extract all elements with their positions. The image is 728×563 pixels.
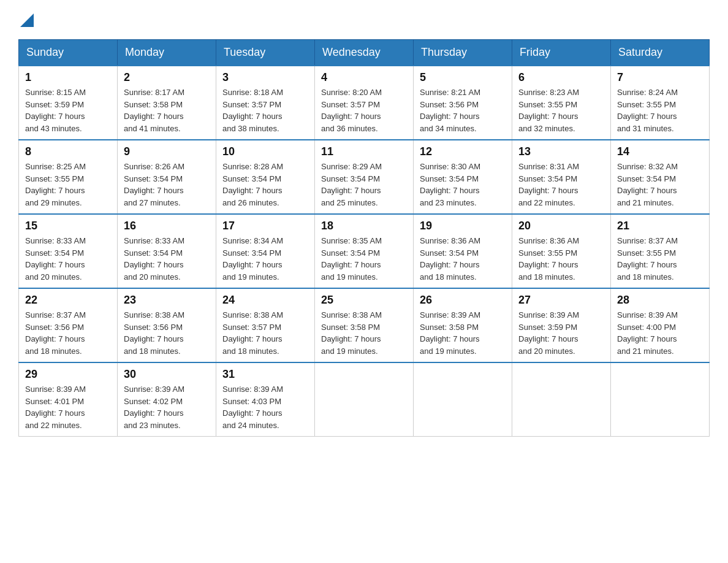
weekday-header-friday: Friday xyxy=(512,40,611,66)
calendar-cell: 11 Sunrise: 8:29 AM Sunset: 3:54 PM Dayl… xyxy=(315,140,414,214)
calendar-week-4: 22 Sunrise: 8:37 AM Sunset: 3:56 PM Dayl… xyxy=(19,288,710,362)
day-info: Sunrise: 8:36 AM Sunset: 3:55 PM Dayligh… xyxy=(518,235,604,283)
calendar-cell: 14 Sunrise: 8:32 AM Sunset: 3:54 PM Dayl… xyxy=(611,140,710,214)
day-number: 4 xyxy=(321,71,407,84)
day-number: 25 xyxy=(321,294,407,307)
calendar-cell xyxy=(315,362,414,437)
day-number: 2 xyxy=(124,71,210,84)
day-info: Sunrise: 8:36 AM Sunset: 3:54 PM Dayligh… xyxy=(420,235,506,283)
day-number: 27 xyxy=(518,294,604,307)
day-info: Sunrise: 8:39 AM Sunset: 3:58 PM Dayligh… xyxy=(420,309,506,357)
svg-marker-0 xyxy=(20,13,34,27)
calendar-cell: 7 Sunrise: 8:24 AM Sunset: 3:55 PM Dayli… xyxy=(611,66,710,140)
calendar-cell: 31 Sunrise: 8:39 AM Sunset: 4:03 PM Dayl… xyxy=(216,362,315,437)
calendar-cell xyxy=(611,362,710,437)
day-number: 28 xyxy=(617,294,703,307)
day-info: Sunrise: 8:39 AM Sunset: 4:02 PM Dayligh… xyxy=(124,383,210,431)
day-number: 19 xyxy=(420,220,506,232)
calendar-cell: 3 Sunrise: 8:18 AM Sunset: 3:57 PM Dayli… xyxy=(216,66,315,140)
day-number: 3 xyxy=(222,71,308,84)
calendar-cell: 13 Sunrise: 8:31 AM Sunset: 3:54 PM Dayl… xyxy=(512,140,611,214)
day-info: Sunrise: 8:17 AM Sunset: 3:58 PM Dayligh… xyxy=(124,86,210,134)
weekday-header-monday: Monday xyxy=(118,40,216,66)
weekday-header-wednesday: Wednesday xyxy=(315,40,414,66)
day-number: 15 xyxy=(25,220,111,232)
day-info: Sunrise: 8:30 AM Sunset: 3:54 PM Dayligh… xyxy=(420,161,506,209)
page-header xyxy=(18,12,710,27)
logo xyxy=(18,12,34,27)
day-number: 5 xyxy=(420,71,506,84)
day-info: Sunrise: 8:38 AM Sunset: 3:57 PM Dayligh… xyxy=(222,309,308,357)
day-info: Sunrise: 8:21 AM Sunset: 3:56 PM Dayligh… xyxy=(420,86,506,134)
calendar-week-1: 1 Sunrise: 8:15 AM Sunset: 3:59 PM Dayli… xyxy=(19,66,710,140)
day-number: 6 xyxy=(518,71,604,84)
calendar-week-3: 15 Sunrise: 8:33 AM Sunset: 3:54 PM Dayl… xyxy=(19,214,710,288)
day-info: Sunrise: 8:29 AM Sunset: 3:54 PM Dayligh… xyxy=(321,161,407,209)
calendar-cell: 9 Sunrise: 8:26 AM Sunset: 3:54 PM Dayli… xyxy=(118,140,216,214)
day-number: 18 xyxy=(321,220,407,232)
day-number: 16 xyxy=(124,220,210,232)
day-number: 30 xyxy=(124,368,210,381)
calendar-cell: 23 Sunrise: 8:38 AM Sunset: 3:56 PM Dayl… xyxy=(118,288,216,362)
calendar-cell: 20 Sunrise: 8:36 AM Sunset: 3:55 PM Dayl… xyxy=(512,214,611,288)
day-info: Sunrise: 8:37 AM Sunset: 3:56 PM Dayligh… xyxy=(25,309,111,357)
calendar-week-2: 8 Sunrise: 8:25 AM Sunset: 3:55 PM Dayli… xyxy=(19,140,710,214)
day-info: Sunrise: 8:20 AM Sunset: 3:57 PM Dayligh… xyxy=(321,86,407,134)
day-info: Sunrise: 8:18 AM Sunset: 3:57 PM Dayligh… xyxy=(222,86,308,134)
day-number: 24 xyxy=(222,294,308,307)
calendar-cell: 21 Sunrise: 8:37 AM Sunset: 3:55 PM Dayl… xyxy=(611,214,710,288)
weekday-header-sunday: Sunday xyxy=(19,40,118,66)
calendar-cell: 24 Sunrise: 8:38 AM Sunset: 3:57 PM Dayl… xyxy=(216,288,315,362)
day-number: 29 xyxy=(25,368,111,381)
day-info: Sunrise: 8:15 AM Sunset: 3:59 PM Dayligh… xyxy=(25,86,111,134)
weekday-header-tuesday: Tuesday xyxy=(216,40,315,66)
day-number: 20 xyxy=(518,220,604,232)
day-info: Sunrise: 8:34 AM Sunset: 3:54 PM Dayligh… xyxy=(222,235,308,283)
day-number: 11 xyxy=(321,145,407,158)
day-info: Sunrise: 8:39 AM Sunset: 4:00 PM Dayligh… xyxy=(617,309,703,357)
day-number: 1 xyxy=(25,71,111,84)
calendar-cell: 25 Sunrise: 8:38 AM Sunset: 3:58 PM Dayl… xyxy=(315,288,414,362)
weekday-header-thursday: Thursday xyxy=(414,40,512,66)
weekday-header-row: SundayMondayTuesdayWednesdayThursdayFrid… xyxy=(19,40,710,66)
day-number: 10 xyxy=(222,145,308,158)
logo-triangle-icon xyxy=(20,13,34,27)
calendar-cell: 29 Sunrise: 8:39 AM Sunset: 4:01 PM Dayl… xyxy=(19,362,118,437)
calendar-cell: 15 Sunrise: 8:33 AM Sunset: 3:54 PM Dayl… xyxy=(19,214,118,288)
day-info: Sunrise: 8:39 AM Sunset: 4:03 PM Dayligh… xyxy=(222,383,308,431)
calendar-cell xyxy=(512,362,611,437)
calendar-cell: 26 Sunrise: 8:39 AM Sunset: 3:58 PM Dayl… xyxy=(414,288,512,362)
calendar-week-5: 29 Sunrise: 8:39 AM Sunset: 4:01 PM Dayl… xyxy=(19,362,710,437)
day-number: 12 xyxy=(420,145,506,158)
calendar-table: SundayMondayTuesdayWednesdayThursdayFrid… xyxy=(18,39,710,437)
calendar-cell: 10 Sunrise: 8:28 AM Sunset: 3:54 PM Dayl… xyxy=(216,140,315,214)
day-number: 14 xyxy=(617,145,703,158)
calendar-cell: 12 Sunrise: 8:30 AM Sunset: 3:54 PM Dayl… xyxy=(414,140,512,214)
day-info: Sunrise: 8:32 AM Sunset: 3:54 PM Dayligh… xyxy=(617,161,703,209)
calendar-cell: 8 Sunrise: 8:25 AM Sunset: 3:55 PM Dayli… xyxy=(19,140,118,214)
calendar-cell: 18 Sunrise: 8:35 AM Sunset: 3:54 PM Dayl… xyxy=(315,214,414,288)
calendar-cell xyxy=(414,362,512,437)
calendar-cell: 2 Sunrise: 8:17 AM Sunset: 3:58 PM Dayli… xyxy=(118,66,216,140)
calendar-cell: 17 Sunrise: 8:34 AM Sunset: 3:54 PM Dayl… xyxy=(216,214,315,288)
calendar-cell: 30 Sunrise: 8:39 AM Sunset: 4:02 PM Dayl… xyxy=(118,362,216,437)
day-info: Sunrise: 8:39 AM Sunset: 3:59 PM Dayligh… xyxy=(518,309,604,357)
day-number: 7 xyxy=(617,71,703,84)
day-number: 17 xyxy=(222,220,308,232)
day-info: Sunrise: 8:25 AM Sunset: 3:55 PM Dayligh… xyxy=(25,161,111,209)
calendar-cell: 28 Sunrise: 8:39 AM Sunset: 4:00 PM Dayl… xyxy=(611,288,710,362)
calendar-cell: 16 Sunrise: 8:33 AM Sunset: 3:54 PM Dayl… xyxy=(118,214,216,288)
day-number: 21 xyxy=(617,220,703,232)
calendar-cell: 22 Sunrise: 8:37 AM Sunset: 3:56 PM Dayl… xyxy=(19,288,118,362)
day-info: Sunrise: 8:38 AM Sunset: 3:58 PM Dayligh… xyxy=(321,309,407,357)
calendar-cell: 6 Sunrise: 8:23 AM Sunset: 3:55 PM Dayli… xyxy=(512,66,611,140)
day-info: Sunrise: 8:37 AM Sunset: 3:55 PM Dayligh… xyxy=(617,235,703,283)
calendar-cell: 27 Sunrise: 8:39 AM Sunset: 3:59 PM Dayl… xyxy=(512,288,611,362)
day-number: 8 xyxy=(25,145,111,158)
day-info: Sunrise: 8:23 AM Sunset: 3:55 PM Dayligh… xyxy=(518,86,604,134)
day-info: Sunrise: 8:33 AM Sunset: 3:54 PM Dayligh… xyxy=(25,235,111,283)
day-info: Sunrise: 8:28 AM Sunset: 3:54 PM Dayligh… xyxy=(222,161,308,209)
day-info: Sunrise: 8:35 AM Sunset: 3:54 PM Dayligh… xyxy=(321,235,407,283)
day-number: 31 xyxy=(222,368,308,381)
day-info: Sunrise: 8:26 AM Sunset: 3:54 PM Dayligh… xyxy=(124,161,210,209)
